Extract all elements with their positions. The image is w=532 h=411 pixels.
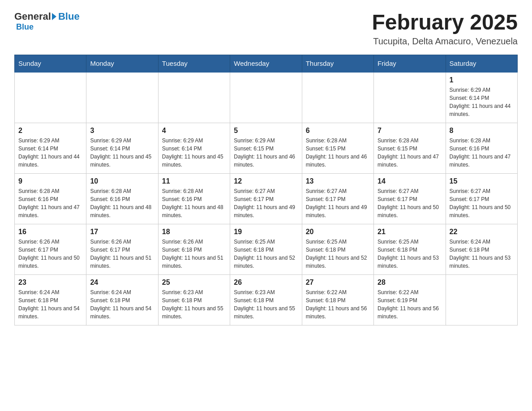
day-info: Sunrise: 6:28 AMSunset: 6:16 PMDaylight:… xyxy=(90,187,154,219)
table-row xyxy=(302,72,373,123)
day-number: 3 xyxy=(90,127,154,135)
table-row: 9Sunrise: 6:28 AMSunset: 6:16 PMDaylight… xyxy=(15,173,86,224)
day-number: 4 xyxy=(162,127,226,135)
table-row: 5Sunrise: 6:29 AMSunset: 6:15 PMDaylight… xyxy=(230,123,302,173)
col-thursday: Thursday xyxy=(302,55,373,72)
day-info: Sunrise: 6:26 AMSunset: 6:18 PMDaylight:… xyxy=(162,238,226,270)
col-monday: Monday xyxy=(86,55,158,72)
table-row xyxy=(158,72,230,123)
table-row: 23Sunrise: 6:24 AMSunset: 6:18 PMDayligh… xyxy=(15,274,86,325)
table-row: 15Sunrise: 6:27 AMSunset: 6:17 PMDayligh… xyxy=(446,173,517,224)
day-info: Sunrise: 6:28 AMSunset: 6:15 PMDaylight:… xyxy=(306,137,370,169)
day-number: 16 xyxy=(18,228,82,236)
day-number: 1 xyxy=(450,76,514,84)
table-row: 7Sunrise: 6:28 AMSunset: 6:15 PMDaylight… xyxy=(374,123,446,173)
logo: General Blue Blue xyxy=(14,11,80,32)
table-row: 6Sunrise: 6:28 AMSunset: 6:15 PMDaylight… xyxy=(302,123,373,173)
table-row: 16Sunrise: 6:26 AMSunset: 6:17 PMDayligh… xyxy=(15,224,86,274)
table-row xyxy=(230,72,302,123)
day-number: 25 xyxy=(162,278,226,287)
day-info: Sunrise: 6:24 AMSunset: 6:18 PMDaylight:… xyxy=(18,288,82,321)
day-number: 12 xyxy=(234,177,298,185)
title-section: February 2025 Tucupita, Delta Amacuro, V… xyxy=(372,11,518,47)
day-info: Sunrise: 6:28 AMSunset: 6:16 PMDaylight:… xyxy=(450,137,514,169)
day-info: Sunrise: 6:28 AMSunset: 6:16 PMDaylight:… xyxy=(162,187,226,219)
table-row xyxy=(86,72,158,123)
calendar-week-row: 2Sunrise: 6:29 AMSunset: 6:14 PMDaylight… xyxy=(15,123,518,173)
table-row: 12Sunrise: 6:27 AMSunset: 6:17 PMDayligh… xyxy=(230,173,302,224)
table-row: 20Sunrise: 6:25 AMSunset: 6:18 PMDayligh… xyxy=(302,224,373,274)
table-row: 1Sunrise: 6:29 AMSunset: 6:14 PMDaylight… xyxy=(446,72,517,123)
day-number: 8 xyxy=(450,127,514,135)
day-number: 18 xyxy=(162,228,226,236)
day-info: Sunrise: 6:22 AMSunset: 6:19 PMDaylight:… xyxy=(378,288,442,321)
day-info: Sunrise: 6:27 AMSunset: 6:17 PMDaylight:… xyxy=(306,187,370,219)
logo-general-text: General xyxy=(14,11,51,22)
day-number: 28 xyxy=(378,278,442,287)
calendar-week-row: 9Sunrise: 6:28 AMSunset: 6:16 PMDaylight… xyxy=(15,173,518,224)
day-info: Sunrise: 6:27 AMSunset: 6:17 PMDaylight:… xyxy=(234,187,298,219)
table-row: 28Sunrise: 6:22 AMSunset: 6:19 PMDayligh… xyxy=(374,274,446,325)
day-info: Sunrise: 6:27 AMSunset: 6:17 PMDaylight:… xyxy=(450,187,514,219)
logo-blue-text: Blue xyxy=(58,11,80,22)
day-info: Sunrise: 6:25 AMSunset: 6:18 PMDaylight:… xyxy=(234,238,298,270)
table-row: 4Sunrise: 6:29 AMSunset: 6:14 PMDaylight… xyxy=(158,123,230,173)
day-number: 17 xyxy=(90,228,154,236)
table-row: 19Sunrise: 6:25 AMSunset: 6:18 PMDayligh… xyxy=(230,224,302,274)
table-row: 26Sunrise: 6:23 AMSunset: 6:18 PMDayligh… xyxy=(230,274,302,325)
table-row: 11Sunrise: 6:28 AMSunset: 6:16 PMDayligh… xyxy=(158,173,230,224)
table-row: 10Sunrise: 6:28 AMSunset: 6:16 PMDayligh… xyxy=(86,173,158,224)
day-number: 5 xyxy=(234,127,298,135)
day-number: 20 xyxy=(306,228,370,236)
table-row: 25Sunrise: 6:23 AMSunset: 6:18 PMDayligh… xyxy=(158,274,230,325)
table-row: 27Sunrise: 6:22 AMSunset: 6:18 PMDayligh… xyxy=(302,274,373,325)
table-row: 8Sunrise: 6:28 AMSunset: 6:16 PMDaylight… xyxy=(446,123,517,173)
day-number: 14 xyxy=(378,177,442,185)
day-number: 9 xyxy=(18,177,82,185)
logo-subtitle: Blue xyxy=(16,22,34,32)
day-info: Sunrise: 6:27 AMSunset: 6:17 PMDaylight:… xyxy=(378,187,442,219)
day-number: 19 xyxy=(234,228,298,236)
logo-arrow-icon xyxy=(52,13,56,20)
table-row: 17Sunrise: 6:26 AMSunset: 6:17 PMDayligh… xyxy=(86,224,158,274)
col-wednesday: Wednesday xyxy=(230,55,302,72)
day-info: Sunrise: 6:23 AMSunset: 6:18 PMDaylight:… xyxy=(162,288,226,321)
calendar-week-row: 23Sunrise: 6:24 AMSunset: 6:18 PMDayligh… xyxy=(15,274,518,325)
day-info: Sunrise: 6:22 AMSunset: 6:18 PMDaylight:… xyxy=(306,288,370,321)
table-row: 2Sunrise: 6:29 AMSunset: 6:14 PMDaylight… xyxy=(15,123,86,173)
month-title: February 2025 xyxy=(372,11,518,34)
day-info: Sunrise: 6:29 AMSunset: 6:15 PMDaylight:… xyxy=(234,137,298,169)
col-saturday: Saturday xyxy=(446,55,517,72)
day-info: Sunrise: 6:26 AMSunset: 6:17 PMDaylight:… xyxy=(18,238,82,270)
day-number: 10 xyxy=(90,177,154,185)
day-info: Sunrise: 6:29 AMSunset: 6:14 PMDaylight:… xyxy=(18,137,82,169)
calendar-header-row: Sunday Monday Tuesday Wednesday Thursday… xyxy=(15,55,518,72)
day-info: Sunrise: 6:29 AMSunset: 6:14 PMDaylight:… xyxy=(162,137,226,169)
day-number: 7 xyxy=(378,127,442,135)
day-info: Sunrise: 6:25 AMSunset: 6:18 PMDaylight:… xyxy=(306,238,370,270)
page-header: General Blue Blue February 2025 Tucupita… xyxy=(14,11,518,47)
day-info: Sunrise: 6:28 AMSunset: 6:15 PMDaylight:… xyxy=(378,137,442,169)
day-info: Sunrise: 6:26 AMSunset: 6:17 PMDaylight:… xyxy=(90,238,154,270)
table-row: 18Sunrise: 6:26 AMSunset: 6:18 PMDayligh… xyxy=(158,224,230,274)
col-friday: Friday xyxy=(374,55,446,72)
table-row: 22Sunrise: 6:24 AMSunset: 6:18 PMDayligh… xyxy=(446,224,517,274)
col-tuesday: Tuesday xyxy=(158,55,230,72)
table-row: 14Sunrise: 6:27 AMSunset: 6:17 PMDayligh… xyxy=(374,173,446,224)
day-info: Sunrise: 6:23 AMSunset: 6:18 PMDaylight:… xyxy=(234,288,298,321)
col-sunday: Sunday xyxy=(15,55,86,72)
table-row: 3Sunrise: 6:29 AMSunset: 6:14 PMDaylight… xyxy=(86,123,158,173)
table-row xyxy=(374,72,446,123)
calendar-week-row: 1Sunrise: 6:29 AMSunset: 6:14 PMDaylight… xyxy=(15,72,518,123)
day-number: 15 xyxy=(450,177,514,185)
calendar-table: Sunday Monday Tuesday Wednesday Thursday… xyxy=(14,55,518,325)
day-info: Sunrise: 6:24 AMSunset: 6:18 PMDaylight:… xyxy=(90,288,154,321)
table-row xyxy=(15,72,86,123)
location-title: Tucupita, Delta Amacuro, Venezuela xyxy=(372,36,518,47)
day-info: Sunrise: 6:29 AMSunset: 6:14 PMDaylight:… xyxy=(450,86,514,118)
day-number: 21 xyxy=(378,228,442,236)
day-info: Sunrise: 6:24 AMSunset: 6:18 PMDaylight:… xyxy=(450,238,514,270)
table-row: 24Sunrise: 6:24 AMSunset: 6:18 PMDayligh… xyxy=(86,274,158,325)
day-info: Sunrise: 6:28 AMSunset: 6:16 PMDaylight:… xyxy=(18,187,82,219)
table-row: 13Sunrise: 6:27 AMSunset: 6:17 PMDayligh… xyxy=(302,173,373,224)
